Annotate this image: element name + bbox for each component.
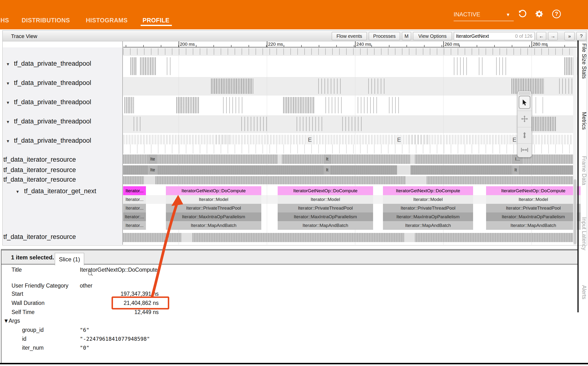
resource-slice-label[interactable]: It	[512, 165, 519, 175]
find-next-button[interactable]: →	[548, 32, 558, 40]
help-icon[interactable]: ?	[552, 10, 561, 18]
side-tab-input-latency[interactable]: Input Latency	[579, 217, 587, 250]
pan-mode-button[interactable]	[517, 111, 532, 127]
tab-histograms[interactable]: HISTOGRAMS	[86, 17, 128, 24]
slice-bar[interactable]: Iterator::MapAndBatch	[278, 221, 373, 230]
slice-bar[interactable]: Iterator::MapAndBatch	[166, 221, 261, 230]
slice-chip[interactable]: IteratorGetNextOp::DoCompute	[278, 186, 373, 195]
slice-bar[interactable]: Iterator::Model	[486, 195, 581, 204]
event-marker[interactable]: E	[396, 135, 402, 144]
arg-value: "0"	[80, 345, 89, 351]
collapse-triangle-icon[interactable]: ▾	[7, 138, 9, 144]
track-row-label[interactable]: tf_data_private_threadpool	[14, 60, 91, 67]
collapse-triangle-icon[interactable]: ▾	[7, 80, 9, 86]
slice-bar[interactable]: Iterator::PrivateThreadPool	[166, 204, 261, 213]
track-row-label[interactable]: tf_data_iterator_resource	[3, 166, 76, 174]
track-row-label[interactable]: tf_data_iterator_resource	[3, 156, 76, 163]
slice-bar[interactable]: Iterator::MaxIntraOpParallelism	[278, 213, 373, 221]
arg-key: iter_num	[22, 345, 44, 351]
collapse-triangle-icon[interactable]: ▾	[7, 100, 9, 105]
timing-mode-button[interactable]	[517, 143, 532, 157]
field-value: 12,449 ns	[80, 309, 159, 315]
slice-bar[interactable]: Iterator::PrivateThreadPool	[486, 204, 581, 213]
resource-slice-label[interactable]: It	[323, 165, 331, 175]
args-triangle-icon[interactable]: ▼	[3, 318, 9, 324]
args-header[interactable]: Args	[9, 318, 20, 324]
resource-track-events[interactable]	[123, 165, 573, 175]
slice-bar[interactable]: Iterator::Model	[383, 195, 473, 204]
palette-drag-handle[interactable]	[519, 92, 530, 95]
slice-bar[interactable]: Iterator::MapAndBatch	[486, 221, 581, 230]
tab-slice[interactable]: Slice (1)	[55, 253, 84, 265]
slice-chip-selected[interactable]: Iterator...	[123, 186, 146, 195]
annotation-highlight-box	[111, 297, 169, 309]
collapse-triangle-icon[interactable]: ▾	[16, 189, 19, 194]
metadata-button[interactable]: M	[402, 32, 411, 40]
flow-events-button[interactable]: Flow events	[332, 32, 367, 40]
side-tab-file-size-stats[interactable]: File Size Stats	[579, 43, 587, 79]
slice-bar[interactable]: Iterator::PrivateThreadPool	[383, 204, 473, 213]
view-options-button[interactable]: View Options	[413, 32, 452, 40]
tab-profile[interactable]: PROFILE	[143, 17, 169, 24]
slice-bar[interactable]: Iterator::MaxIntraOpParallelism	[486, 213, 581, 221]
track-row-label[interactable]: tf_data_private_threadpool	[14, 79, 91, 87]
tab-graphs-partial[interactable]: HS	[0, 17, 9, 24]
track-row-label[interactable]: tf_data_private_threadpool	[14, 118, 91, 125]
chevron-down-icon[interactable]: ▾	[507, 12, 509, 18]
run-status-select[interactable]: INACTIVE	[454, 11, 480, 18]
slice-bar[interactable]: Iterator::MaxIntraOpParallelism	[383, 213, 473, 221]
track-label-panel	[3, 47, 123, 245]
resource-track-events[interactable]	[123, 176, 573, 184]
collapse-triangle-icon[interactable]: ▾	[7, 119, 9, 125]
resource-track-events[interactable]	[123, 154, 573, 164]
ruler-label: 200 ms	[180, 42, 195, 47]
track-row-label[interactable]: tf_data_private_threadpool	[14, 137, 91, 144]
collapse-triangle-icon[interactable]: ▾	[7, 61, 9, 67]
side-tab-metrics[interactable]: Metrics	[579, 112, 587, 130]
slice-bar[interactable]: Iterator:...	[123, 213, 146, 221]
slice-bar[interactable]: Iterator...	[123, 195, 146, 204]
slice-chip[interactable]: IteratorGetNextOp::DoCompute	[383, 186, 473, 195]
slice-chip[interactable]: IteratorGetNextOp::DoCompute	[486, 186, 581, 195]
slice-bar[interactable]: Iterator...	[123, 221, 146, 230]
window-bottom-edge	[0, 363, 588, 364]
side-tabs-divider	[577, 40, 579, 312]
event-marker[interactable]: E	[512, 135, 517, 144]
side-tab-alerts[interactable]: Alerts	[579, 285, 587, 299]
track-row-label[interactable]: tf_data_iterator_resource	[3, 176, 76, 183]
ruler-label: 220 ms	[268, 42, 283, 47]
event-marker[interactable]: E	[307, 135, 313, 144]
resource-slice-label[interactable]: It	[323, 154, 331, 164]
panel-timeline-divider[interactable]	[122, 41, 123, 245]
reload-icon[interactable]	[518, 10, 526, 18]
track-row-label[interactable]: tf_data_iterator_get_next	[24, 187, 96, 195]
active-tab-underline	[141, 25, 172, 26]
slice-bar[interactable]: Iterator::MapAndBatch	[383, 221, 473, 230]
selection-mode-button[interactable]	[517, 95, 532, 110]
run-select-underline	[454, 21, 514, 21]
pan-icon	[521, 115, 528, 123]
field-label: User Friendly Category	[12, 282, 68, 289]
scrollbar-thumb[interactable]	[573, 179, 576, 244]
slice-bar[interactable]: Iterator::Model	[278, 195, 373, 204]
shortcuts-help-button[interactable]: ?	[576, 32, 586, 40]
side-tab-frame-data[interactable]: Frame Data	[579, 156, 587, 185]
slice-bar[interactable]: Iterator...	[123, 204, 146, 213]
resource-slice-label[interactable]: Ite	[148, 165, 157, 175]
tab-distributions[interactable]: DISTRIBUTIONS	[22, 17, 70, 24]
processes-button[interactable]: Processes	[369, 32, 400, 40]
find-input[interactable]: IteratorGetNext 0 of 126	[454, 32, 535, 40]
collapse-controls-button[interactable]: »	[565, 32, 574, 40]
zoom-mode-button[interactable]	[517, 128, 532, 143]
slice-chip[interactable]: IteratorGetNextOp::DoCompute	[166, 186, 261, 195]
field-label: Start	[12, 291, 23, 297]
slice-bar[interactable]: Iterator::PrivateThreadPool	[278, 204, 373, 213]
slice-bar[interactable]: Iterator::MaxIntraOpParallelism	[166, 213, 261, 221]
track-row-label[interactable]: tf_data_iterator_resource	[3, 233, 76, 241]
search-icon[interactable]	[88, 271, 93, 277]
slice-bar[interactable]: Iterator::Model	[166, 195, 261, 204]
find-prev-button[interactable]: ←	[537, 32, 546, 40]
settings-gear-icon[interactable]	[535, 10, 544, 18]
resource-slice-label[interactable]: Ite	[148, 154, 157, 164]
track-row-label[interactable]: tf_data_private_threadpool	[14, 99, 91, 106]
